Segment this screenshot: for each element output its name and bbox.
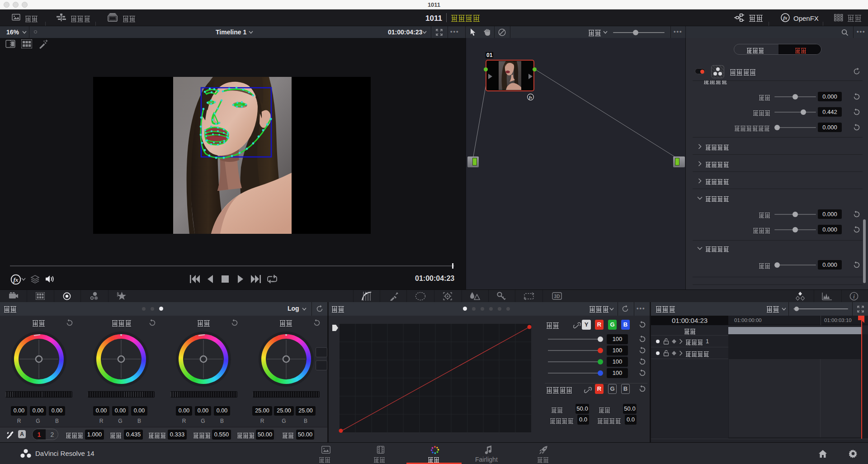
svg-text:fx: fx (529, 95, 533, 99)
svg-text:i: i (853, 294, 855, 300)
svg-text:fx: fx (783, 15, 788, 20)
svg-text:fx: fx (13, 276, 18, 283)
svg-text:3D: 3D (554, 294, 560, 299)
